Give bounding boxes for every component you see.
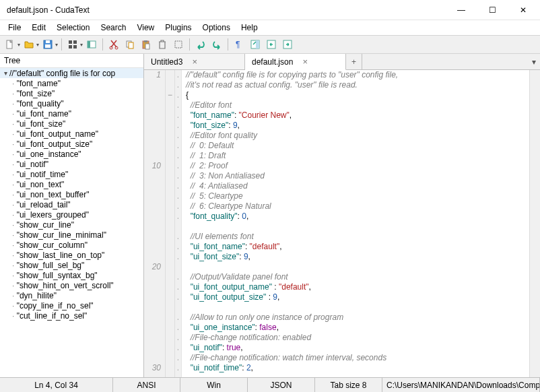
- vertical-scrollbar[interactable]: [529, 70, 540, 377]
- svg-rect-7: [73, 45, 77, 48]
- tree-item[interactable]: "show_cur_line_minimal": [0, 230, 143, 240]
- separator: [189, 38, 190, 51]
- tree-root[interactable]: ▾//"default" config file is for cop: [0, 68, 143, 78]
- svg-rect-9: [88, 41, 90, 48]
- status-position[interactable]: Ln 4, Col 34: [0, 378, 113, 392]
- menu-edit[interactable]: Edit: [26, 22, 51, 34]
- svg-rect-2: [46, 40, 50, 43]
- status-lexer[interactable]: JSON: [248, 378, 315, 392]
- separator: [228, 38, 228, 51]
- minimap-button[interactable]: [248, 37, 263, 52]
- editor-area: Untitled3×default.json×+▾ 1102030 − ....…: [144, 54, 540, 377]
- redo-button[interactable]: [209, 37, 224, 52]
- tree-item[interactable]: "ui_lexers_grouped": [0, 209, 143, 220]
- tab-untitled3[interactable]: Untitled3×: [144, 54, 245, 69]
- status-line-ends[interactable]: Win: [180, 378, 248, 392]
- tree-item[interactable]: "show_hint_on_vert_scroll": [0, 280, 143, 290]
- tab-close-icon[interactable]: ×: [302, 57, 308, 67]
- tree-item[interactable]: "ui_non_text": [0, 179, 143, 189]
- paste-button[interactable]: [139, 37, 154, 52]
- svg-text:¶: ¶: [236, 40, 240, 49]
- delete-button[interactable]: [155, 37, 170, 52]
- tree-item[interactable]: "show_full_syntax_bg": [0, 270, 143, 280]
- menu-selection[interactable]: Selection: [51, 22, 95, 34]
- tree-item[interactable]: "ui_font_size": [0, 119, 143, 129]
- svg-rect-16: [145, 44, 149, 49]
- marks-gutter: ............... ... ... ......: [175, 70, 182, 377]
- tree-item[interactable]: "ui_notif_time": [0, 169, 143, 179]
- tabs: Untitled3×default.json×+▾: [144, 54, 540, 70]
- tree-item[interactable]: "font_name": [0, 78, 143, 88]
- new-dropdown-icon[interactable]: ▾: [18, 42, 20, 48]
- status-tabsize[interactable]: Tab size 8: [315, 378, 382, 392]
- menu-search[interactable]: Search: [95, 22, 131, 34]
- tree-item[interactable]: "cut_line_if_no_sel": [0, 311, 143, 321]
- status-encoding[interactable]: ANSI: [113, 378, 180, 392]
- undo-button[interactable]: [193, 37, 208, 52]
- groups-dropdown-icon[interactable]: ▾: [80, 42, 83, 48]
- toolbar: ▾ ▾ ▾ ▾ ¶: [0, 35, 540, 54]
- indent-right-button[interactable]: [280, 37, 295, 52]
- tree-panel: Tree ▾//"default" config file is for cop…: [0, 54, 144, 377]
- tree-item[interactable]: "ui_non_text_buffer": [0, 189, 143, 199]
- open-file-button[interactable]: [22, 37, 36, 52]
- svg-rect-17: [175, 41, 182, 48]
- maximize-button[interactable]: ☐: [477, 0, 508, 20]
- new-file-button[interactable]: [3, 37, 18, 52]
- line-number-gutter[interactable]: 1102030: [144, 70, 166, 377]
- tree-body[interactable]: ▾//"default" config file is for cop"font…: [0, 68, 143, 377]
- groups-button[interactable]: [65, 37, 80, 52]
- svg-rect-5: [73, 40, 77, 44]
- code-content[interactable]: //"default" config file is for copying p…: [182, 70, 529, 377]
- tree-item[interactable]: "copy_line_if_no_sel": [0, 300, 143, 311]
- menu-help[interactable]: Help: [236, 22, 263, 34]
- tree-item[interactable]: "show_full_sel_bg": [0, 260, 143, 270]
- tabs-menu-icon[interactable]: ▾: [528, 54, 540, 69]
- menubar: FileEditSelectionSearchViewPluginsOption…: [0, 20, 540, 35]
- svg-rect-4: [69, 40, 72, 44]
- tree-item[interactable]: "show_last_line_on_top": [0, 250, 143, 260]
- tree-item[interactable]: "font_quality": [0, 98, 143, 108]
- code-editor[interactable]: 1102030 − ............... ... ... ......…: [144, 70, 540, 377]
- new-tab-button[interactable]: +: [346, 54, 362, 69]
- save-dropdown-icon[interactable]: ▾: [55, 42, 58, 48]
- minimize-button[interactable]: —: [446, 0, 477, 20]
- svg-rect-15: [144, 40, 147, 42]
- tree-header: Tree: [0, 54, 143, 68]
- save-button[interactable]: [40, 37, 55, 52]
- titlebar: default.json - CudaText — ☐ ✕: [0, 0, 540, 20]
- tree-item[interactable]: "ui_one_instance": [0, 149, 143, 159]
- tree-item[interactable]: "font_size": [0, 88, 143, 98]
- open-dropdown-icon[interactable]: ▾: [36, 42, 39, 48]
- menu-options[interactable]: Options: [197, 22, 236, 34]
- tree-item[interactable]: "ui_font_output_size": [0, 139, 143, 149]
- tree-item[interactable]: "ui_notif": [0, 159, 143, 169]
- tab-default-json[interactable]: default.json×: [245, 54, 346, 70]
- svg-rect-20: [256, 40, 259, 48]
- tree-item[interactable]: "ui_font_output_name": [0, 129, 143, 139]
- unprinted-button[interactable]: ¶: [232, 37, 246, 52]
- close-button[interactable]: ✕: [508, 0, 539, 20]
- svg-rect-13: [129, 42, 133, 48]
- separator: [102, 38, 103, 51]
- tree-item[interactable]: "ui_font_name": [0, 108, 143, 119]
- tree-item[interactable]: "dyn_hilite": [0, 290, 143, 300]
- menu-plugins[interactable]: Plugins: [160, 22, 197, 34]
- svg-rect-3: [45, 44, 50, 48]
- separator: [61, 38, 62, 51]
- select-all-button[interactable]: [171, 37, 186, 52]
- menu-view[interactable]: View: [131, 22, 160, 34]
- menu-file[interactable]: File: [3, 22, 26, 34]
- cut-button[interactable]: [106, 37, 121, 52]
- indent-left-button[interactable]: [264, 37, 279, 52]
- copy-button[interactable]: [123, 37, 137, 52]
- tree-item[interactable]: "show_cur_column": [0, 240, 143, 250]
- sidebar-button[interactable]: [84, 37, 99, 52]
- fold-gutter[interactable]: −: [166, 70, 175, 377]
- tree-item[interactable]: "ui_reload_tail": [0, 199, 143, 209]
- tab-label: default.json: [252, 57, 293, 67]
- main-area: Tree ▾//"default" config file is for cop…: [0, 54, 540, 377]
- tab-close-icon[interactable]: ×: [192, 57, 197, 67]
- statusbar: Ln 4, Col 34 ANSI Win JSON Tab size 8 C:…: [0, 377, 540, 392]
- tree-item[interactable]: "show_cur_line": [0, 220, 143, 230]
